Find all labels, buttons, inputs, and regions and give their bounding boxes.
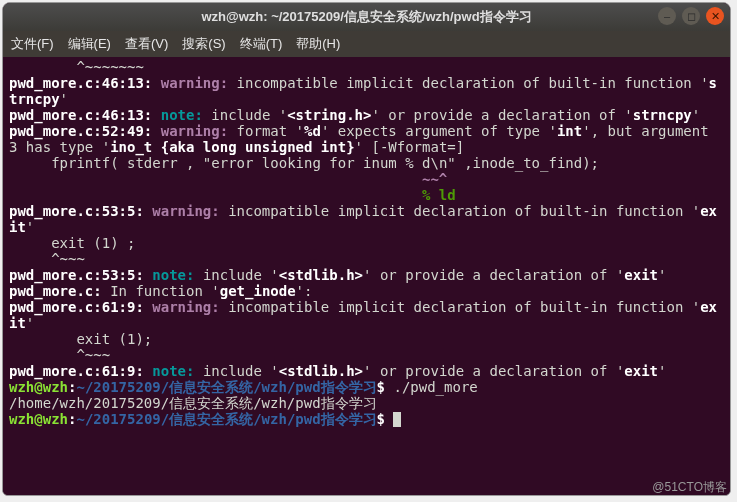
caret-line: ~~^ [9,171,447,187]
msg: In function ' [102,283,220,299]
msg: ' [658,267,666,283]
source-line: exit (1); [9,331,152,347]
msg: include ' [203,363,279,379]
warning-label: warning: [144,299,228,315]
ident: exit [624,267,658,283]
msg: incompatible implicit declaration of bui… [228,203,700,219]
func: get_inode [220,283,296,299]
msg: ' [26,219,34,235]
minimize-button[interactable]: – [658,7,676,25]
loc: pwd_more.c:46:13: [9,75,152,91]
header: <stdlib.h> [279,363,363,379]
loc: pwd_more.c: [9,283,102,299]
warning-label: warning: [144,203,228,219]
prompt-user: wzh@wzh [9,411,68,427]
prompt-path: ~/20175209/信息安全系统/wzh/pwd指令学习 [76,379,376,395]
type: int [557,123,582,139]
menu-edit[interactable]: 编辑(E) [66,33,113,55]
msg: include ' [203,267,279,283]
close-button[interactable]: ✕ [706,7,724,25]
ident: strncpy [633,107,692,123]
watermark: @51CTO博客 [652,479,727,496]
loc: pwd_more.c:53:5: [9,267,144,283]
format: %d [304,123,321,139]
menu-terminal[interactable]: 终端(T) [238,33,285,55]
caret-line: ^~~~ [9,347,110,363]
prompt-dollar: $ [377,379,394,395]
warning-label: warning: [152,75,236,91]
source-line: fprintf( stderr , "error looking for inu… [9,155,599,171]
maximize-button[interactable]: ◻ [682,7,700,25]
header: <string.h> [287,107,371,123]
prompt-user: wzh@wzh [9,379,68,395]
terminal-window: wzh@wzh: ~/20175209/信息安全系统/wzh/pwd指令学习 –… [2,2,731,496]
caret-line: ^~~~ [9,251,85,267]
msg: ': [296,283,313,299]
note-label: note: [144,267,203,283]
title-bar[interactable]: wzh@wzh: ~/20175209/信息安全系统/wzh/pwd指令学习 –… [3,3,730,31]
menu-search[interactable]: 搜索(S) [180,33,227,55]
fixit-line: % ld [9,187,456,203]
msg: incompatible implicit declaration of bui… [228,299,700,315]
note-label: note: [144,363,203,379]
window-title: wzh@wzh: ~/20175209/信息安全系统/wzh/pwd指令学习 [3,8,730,26]
msg: include ' [211,107,287,123]
command: ./pwd_more [393,379,477,395]
source-line: exit (1) ; [9,235,135,251]
loc: pwd_more.c:52:49: [9,123,152,139]
window-controls: – ◻ ✕ [658,7,724,25]
menu-file[interactable]: 文件(F) [9,33,56,55]
loc: pwd_more.c:46:13: [9,107,152,123]
msg: ' [60,91,68,107]
loc: pwd_more.c:61:9: [9,363,144,379]
note-label: note: [152,107,211,123]
menu-help[interactable]: 帮助(H) [294,33,342,55]
ident: exit [624,363,658,379]
prompt-dollar: $ [377,411,394,427]
msg: format ' [237,123,304,139]
msg: ' [26,315,34,331]
msg: ' or provide a declaration of ' [363,363,624,379]
loc: pwd_more.c:53:5: [9,203,144,219]
menu-view[interactable]: 查看(V) [123,33,170,55]
menu-bar: 文件(F) 编辑(E) 查看(V) 搜索(S) 终端(T) 帮助(H) [3,31,730,57]
msg: ' or provide a declaration of ' [363,267,624,283]
caret-line: ^~~~~~~~ [9,59,144,75]
msg: ' [658,363,666,379]
output-line: /home/wzh/20175209/信息安全系统/wzh/pwd指令学习 [9,395,377,411]
loc: pwd_more.c:61:9: [9,299,144,315]
msg: ' expects argument of type ' [321,123,557,139]
cursor [393,412,401,427]
terminal-output[interactable]: ^~~~~~~~ pwd_more.c:46:13: warning: inco… [3,57,730,495]
msg: ' [692,107,700,123]
prompt-path: ~/20175209/信息安全系统/wzh/pwd指令学习 [76,411,376,427]
msg: ' [-Wformat=] [355,139,465,155]
warning-label: warning: [152,123,236,139]
msg: ' or provide a declaration of ' [371,107,632,123]
type: ino_t {aka long unsigned int} [110,139,354,155]
header: <stdlib.h> [279,267,363,283]
msg: incompatible implicit declaration of bui… [237,75,709,91]
